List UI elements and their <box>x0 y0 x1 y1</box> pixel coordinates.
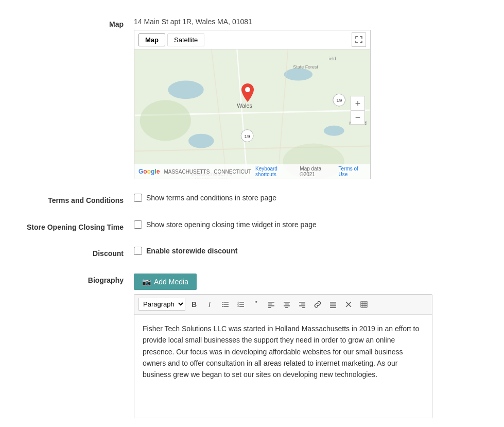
keyboard-shortcuts-link[interactable]: Keyboard shortcuts <box>255 166 296 177</box>
svg-rect-26 <box>223 306 229 307</box>
map-footer: Google MASSACHUSETTS CONNECTICUT Keyboar… <box>134 164 370 179</box>
blockquote-button[interactable]: " <box>249 298 263 311</box>
link-button[interactable] <box>311 298 324 311</box>
svg-text:ield: ield <box>329 56 336 61</box>
map-top-bar: Map Satellite <box>134 30 370 49</box>
editor-container: Paragraph B I <box>134 294 432 418</box>
store-time-label: Store Opening Closing Time <box>10 220 134 233</box>
store-time-checkbox[interactable] <box>134 220 142 229</box>
svg-rect-44 <box>299 302 305 303</box>
editor-toolbar: Paragraph B I <box>134 295 432 315</box>
discount-field: Enable storewide discount <box>134 247 494 255</box>
svg-rect-39 <box>268 307 271 308</box>
svg-rect-43 <box>285 307 288 308</box>
terms-field: Show terms and conditions in store page <box>134 194 494 202</box>
terms-label: Terms and Conditions <box>10 194 134 206</box>
paragraph-select[interactable]: Paragraph <box>138 298 185 311</box>
ordered-list-button[interactable]: 1 2 3 <box>234 298 247 311</box>
zoom-out-button[interactable]: − <box>351 110 365 125</box>
map-field: 14 Main St apt 1R, Wales MA, 01081 Map S… <box>134 18 494 179</box>
svg-text:Wales: Wales <box>237 103 252 109</box>
svg-rect-31 <box>239 304 244 305</box>
svg-rect-50 <box>330 305 336 306</box>
svg-rect-41 <box>285 303 289 304</box>
svg-point-3 <box>188 134 214 148</box>
unordered-list-button[interactable] <box>218 298 232 311</box>
discount-label: Discount <box>10 247 134 259</box>
align-center-button[interactable] <box>280 298 293 311</box>
map-row: Map 14 Main St apt 1R, Wales MA, 01081 M… <box>0 10 504 186</box>
zoom-in-button[interactable]: + <box>351 96 365 110</box>
svg-text:19: 19 <box>336 97 342 103</box>
svg-point-2 <box>284 69 313 81</box>
map-data-label: Map data ©2021 <box>300 166 334 177</box>
map-pin <box>241 83 254 104</box>
svg-rect-47 <box>302 307 305 308</box>
biography-row: Biography 📷 Add Media Paragraph B I <box>0 266 504 425</box>
svg-text:19: 19 <box>245 133 251 139</box>
align-right-button[interactable] <box>296 298 309 311</box>
svg-rect-40 <box>284 302 290 303</box>
terms-checkbox-row[interactable]: Show terms and conditions in store page <box>134 194 494 202</box>
svg-rect-28 <box>222 304 223 305</box>
remove-format-button[interactable] <box>342 298 355 311</box>
terms-checkbox[interactable] <box>134 194 142 202</box>
svg-rect-27 <box>222 302 223 303</box>
map-zoom-controls: + − <box>351 96 365 125</box>
svg-text:State Forest: State Forest <box>293 64 318 70</box>
svg-rect-37 <box>268 303 272 304</box>
svg-rect-32 <box>239 306 244 307</box>
store-time-checkbox-row[interactable]: Show store opening closing time widget i… <box>134 220 494 229</box>
terms-link[interactable]: Terms of Use <box>339 166 366 177</box>
terms-checkbox-label: Show terms and conditions in store page <box>146 194 276 202</box>
svg-rect-38 <box>268 305 274 306</box>
svg-rect-48 <box>330 302 336 303</box>
svg-point-4 <box>324 126 344 136</box>
add-media-label: Add Media <box>154 278 188 286</box>
table-button[interactable] <box>357 298 371 311</box>
svg-rect-30 <box>239 302 244 303</box>
discount-checkbox-label: Enable storewide discount <box>146 247 237 255</box>
discount-row: Discount Enable storewide discount <box>0 240 504 266</box>
svg-rect-46 <box>299 305 305 306</box>
svg-rect-45 <box>301 303 305 304</box>
google-logo: Google <box>138 168 160 175</box>
add-media-button[interactable]: 📷 Add Media <box>134 274 197 290</box>
svg-point-19 <box>140 100 191 141</box>
svg-point-1 <box>168 81 203 99</box>
discount-checkbox-row[interactable]: Enable storewide discount <box>134 247 494 255</box>
svg-rect-54 <box>361 301 367 308</box>
italic-button[interactable]: I <box>203 298 216 311</box>
add-media-icon: 📷 <box>142 278 151 286</box>
map-state-label: MASSACHUSETTS <box>164 169 210 175</box>
svg-text:3: 3 <box>237 304 239 308</box>
map-visual: 19 19 Wales Holland State Forest ield <box>134 49 370 179</box>
more-button[interactable] <box>326 298 340 311</box>
store-time-row: Store Opening Closing Time Show store op… <box>0 213 504 240</box>
map-container: Map Satellite <box>134 30 371 179</box>
biography-label: Biography <box>10 274 134 286</box>
svg-rect-25 <box>223 304 229 305</box>
map-view-button[interactable]: Map <box>138 33 165 46</box>
svg-rect-49 <box>330 303 336 304</box>
svg-rect-29 <box>222 306 223 307</box>
svg-point-23 <box>245 87 250 92</box>
biography-field: 📷 Add Media Paragraph B I <box>134 274 494 418</box>
store-time-checkbox-label: Show store opening closing time widget i… <box>146 220 317 229</box>
align-left-button[interactable] <box>265 298 278 311</box>
svg-rect-42 <box>284 305 290 306</box>
map-label: Map <box>10 18 134 30</box>
terms-row: Terms and Conditions Show terms and cond… <box>0 186 504 213</box>
svg-rect-36 <box>268 302 274 303</box>
svg-rect-24 <box>223 302 229 303</box>
fullscreen-button[interactable] <box>352 32 366 47</box>
store-time-field: Show store opening closing time widget i… <box>134 220 494 229</box>
discount-checkbox[interactable] <box>134 247 142 255</box>
settings-form: Map 14 Main St apt 1R, Wales MA, 01081 M… <box>0 0 504 427</box>
satellite-view-button[interactable]: Satellite <box>167 33 204 46</box>
map-address: 14 Main St apt 1R, Wales MA, 01081 <box>134 18 494 26</box>
bold-button[interactable]: B <box>187 298 201 311</box>
map-state-label2: CONNECTICUT <box>214 169 251 175</box>
svg-rect-51 <box>330 307 336 308</box>
biography-text[interactable]: Fisher Tech Solutions LLC was started in… <box>134 315 432 418</box>
